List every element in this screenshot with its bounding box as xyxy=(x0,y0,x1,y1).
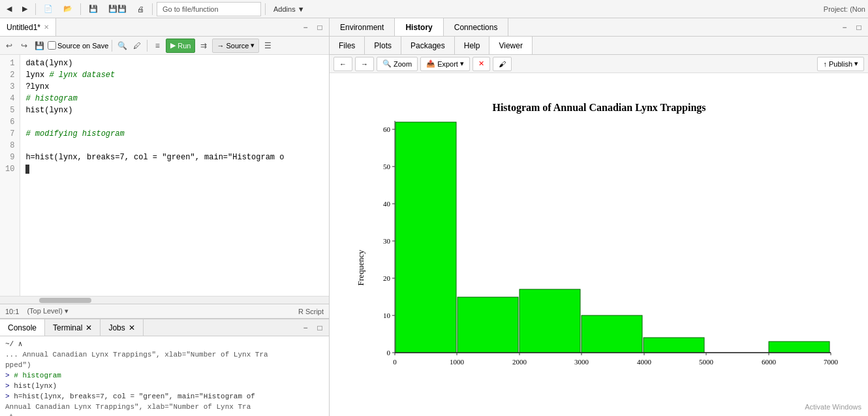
svg-text:3000: 3000 xyxy=(574,358,589,366)
bar-1000-2000 xyxy=(457,297,518,353)
console-line-3: pped") xyxy=(5,360,324,370)
svg-text:40: 40 xyxy=(383,200,391,208)
bar-4000-5000 xyxy=(643,338,704,353)
zoom-icon: 🔍 xyxy=(382,59,392,68)
save-btn[interactable]: 💾 xyxy=(85,2,102,16)
histogram-chart: Histogram of Annual Canadian Lynx Trappi… xyxy=(354,91,844,398)
jobs-close[interactable]: ✕ xyxy=(129,323,135,332)
chart-title: Histogram of Annual Canadian Lynx Trappi… xyxy=(492,102,705,114)
export-btn[interactable]: 📤 Export ▾ xyxy=(420,57,470,71)
svg-text:7000: 7000 xyxy=(824,358,839,366)
run-btn[interactable]: ▶ Run xyxy=(166,39,195,53)
plot-area: Histogram of Annual Canadian Lynx Trappi… xyxy=(330,73,868,416)
editor-scroll-thumb[interactable] xyxy=(39,298,91,303)
new-file-btn[interactable]: 📄 xyxy=(40,2,57,16)
undo-btn[interactable]: ↩ xyxy=(3,39,16,52)
tab-packages[interactable]: Packages xyxy=(401,37,455,54)
bar-2000-3000 xyxy=(519,289,580,353)
cursor-position: 10:1 xyxy=(5,308,19,315)
right-panel-minimize[interactable]: − xyxy=(838,21,851,34)
console-line-1: ~/ ∧ xyxy=(5,339,324,349)
file-type: R Script xyxy=(298,308,324,315)
separator-1 xyxy=(35,3,36,15)
right-tabbar-top: Environment History Connections − □ xyxy=(330,18,868,37)
viewer-toolbar: ← → 🔍 Zoom 📤 Export ▾ ✕ 🖌 ↑ Publish ▾ xyxy=(330,55,868,73)
viewer-tools-right: ↑ Publish ▾ xyxy=(817,57,864,71)
console-line-6: > h=hist(lynx, breaks=7, col = "green", … xyxy=(5,391,324,402)
remove-plot-btn[interactable]: ✕ xyxy=(473,57,490,71)
console-line-4: > # histogram xyxy=(5,370,324,381)
console-tab-terminal[interactable]: Terminal ✕ xyxy=(45,319,101,336)
svg-text:4000: 4000 xyxy=(637,358,652,366)
tab-plots[interactable]: Plots xyxy=(365,37,401,54)
svg-text:50: 50 xyxy=(383,163,391,170)
source-on-save-label: Source on Save xyxy=(48,41,108,50)
svg-text:1000: 1000 xyxy=(450,358,465,366)
y-axis-label: Frequency xyxy=(356,249,365,285)
code-content[interactable]: data(lynx) lynx # lynx dataset ?lynx # h… xyxy=(20,55,329,296)
back-btn[interactable]: ◀ xyxy=(3,2,16,16)
tab-environment[interactable]: Environment xyxy=(330,18,395,36)
bar-6000-7000 xyxy=(769,342,829,353)
editor-tab-close[interactable]: ✕ xyxy=(44,24,49,31)
minimize-console-btn[interactable]: − xyxy=(299,321,312,334)
svg-text:60: 60 xyxy=(383,125,391,133)
right-panel-maximize[interactable]: □ xyxy=(852,21,865,34)
search-btn[interactable]: 🔍 xyxy=(116,39,129,52)
svg-text:0: 0 xyxy=(386,349,390,357)
tab-history[interactable]: History xyxy=(395,18,443,36)
print-btn[interactable]: 🖨 xyxy=(133,2,148,16)
editor-tab-untitled[interactable]: Untitled1* ✕ xyxy=(0,18,56,36)
back-plot-btn[interactable]: ← xyxy=(333,57,352,71)
separator-3 xyxy=(152,3,153,15)
forward-plot-btn[interactable]: → xyxy=(355,57,374,71)
redo-btn[interactable]: ↪ xyxy=(18,39,31,52)
console-actions: − □ xyxy=(296,321,329,334)
brush-btn[interactable]: 🖌 xyxy=(493,57,512,71)
separator-2 xyxy=(80,3,81,15)
forward-btn[interactable]: ▶ xyxy=(18,2,31,16)
svg-text:6000: 6000 xyxy=(762,358,777,366)
addins-btn[interactable]: Addins ▼ xyxy=(270,2,309,16)
line-numbers: 12345 678910 xyxy=(0,55,20,296)
console-line-5: > hist(lynx) xyxy=(5,381,324,391)
main-area: Untitled1* ✕ − □ ↩ ↪ 💾 Source on Save 🔍 … xyxy=(0,18,868,416)
tab-help[interactable]: Help xyxy=(455,37,490,54)
right-tabbar-bottom: Files Plots Packages Help Viewer xyxy=(330,37,868,55)
console-panel: Console Terminal ✕ Jobs ✕ − □ ~/ ∧ ... A… xyxy=(0,318,329,416)
console-tab-jobs[interactable]: Jobs ✕ xyxy=(101,319,143,336)
svg-text:5000: 5000 xyxy=(699,358,714,366)
code-editor[interactable]: 12345 678910 data(lynx) lynx # lynx data… xyxy=(0,55,329,296)
terminal-close[interactable]: ✕ xyxy=(85,323,92,332)
right-tabbar-icons: − □ xyxy=(835,21,868,34)
tab-viewer[interactable]: Viewer xyxy=(489,37,532,54)
project-label: Project: (Non xyxy=(824,5,865,13)
editor-tab-label: Untitled1* xyxy=(7,23,40,32)
export-icon: 📤 xyxy=(426,59,435,68)
svg-text:20: 20 xyxy=(383,274,391,282)
editor-scrollbar[interactable] xyxy=(0,296,329,304)
console-line-7: Annual Canadian Lynx Trappings", xlab="N… xyxy=(5,402,324,412)
maximize-console-btn[interactable]: □ xyxy=(313,321,326,334)
source-on-save-checkbox[interactable] xyxy=(48,41,56,50)
open-btn[interactable]: 📂 xyxy=(59,2,76,16)
zoom-btn[interactable]: 🔍 Zoom xyxy=(377,57,418,71)
save-file-btn[interactable]: 💾 xyxy=(33,39,46,52)
code-lines-btn[interactable]: ≡ xyxy=(151,39,164,52)
source-btn[interactable]: → Source ▾ xyxy=(212,39,259,53)
tab-connections[interactable]: Connections xyxy=(444,18,509,36)
goto-btn[interactable]: Go to file/function xyxy=(157,2,261,16)
minimize-editor-btn[interactable]: − xyxy=(299,21,312,34)
publish-btn[interactable]: ↑ Publish ▾ xyxy=(817,57,864,71)
more-btn[interactable]: ☰ xyxy=(261,39,274,52)
svg-text:30: 30 xyxy=(383,237,391,245)
maximize-editor-btn[interactable]: □ xyxy=(313,21,326,34)
find-replace-btn[interactable]: 🖊 xyxy=(131,39,144,52)
editor-toolbar: ↩ ↪ 💾 Source on Save 🔍 🖊 ≡ ▶ Run ⇉ → Sou… xyxy=(0,37,329,55)
tab-files[interactable]: Files xyxy=(330,37,365,54)
console-tab-console[interactable]: Console xyxy=(0,319,45,336)
run-all-btn[interactable]: ⇉ xyxy=(197,39,210,52)
editor-status: 10:1 (Top Level) ▾ R Script xyxy=(0,304,329,318)
save-all-btn[interactable]: 💾💾 xyxy=(104,2,131,16)
bar-0-1000 xyxy=(395,122,456,353)
